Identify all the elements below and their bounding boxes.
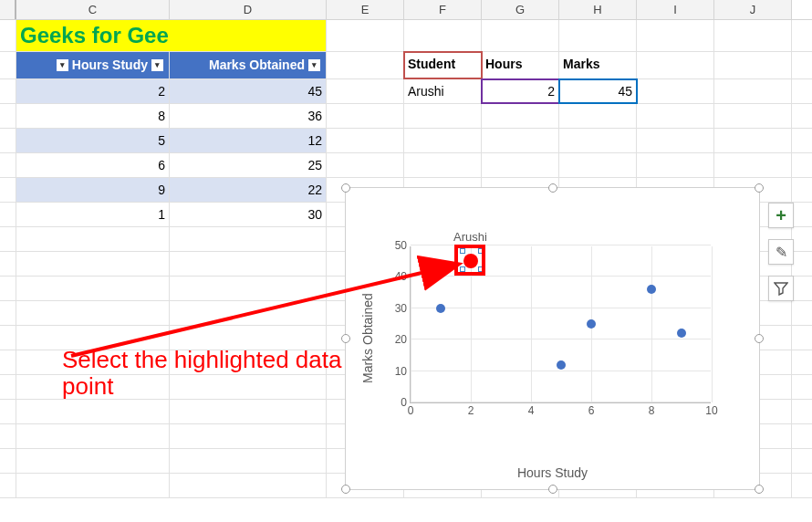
corner-cell[interactable] <box>0 0 16 19</box>
cell[interactable] <box>637 129 714 152</box>
cell[interactable] <box>637 20 714 51</box>
data-point[interactable] <box>677 329 686 338</box>
cell[interactable] <box>559 153 637 177</box>
cell[interactable] <box>327 104 404 128</box>
cell-hours[interactable]: 9 <box>16 178 170 202</box>
cell[interactable] <box>404 153 482 177</box>
x-tick: 10 <box>698 402 725 417</box>
cell-marks[interactable]: 25 <box>170 153 327 177</box>
filter-dropdown-icon[interactable]: ▾ <box>308 59 320 71</box>
resize-handle[interactable] <box>548 485 557 494</box>
cell[interactable] <box>714 20 792 51</box>
cell-hours[interactable]: 2 <box>16 79 170 103</box>
filter-dropdown-icon[interactable]: ▾ <box>151 59 163 71</box>
cell-marks[interactable]: 22 <box>170 178 327 202</box>
cell[interactable] <box>559 20 637 51</box>
cell-hours[interactable]: 5 <box>16 129 170 152</box>
cell[interactable] <box>714 153 792 177</box>
cell[interactable] <box>559 104 637 128</box>
data-point[interactable] <box>647 285 656 294</box>
x-tick: 2 <box>457 402 484 417</box>
cell[interactable] <box>559 129 637 152</box>
cell[interactable] <box>327 129 404 152</box>
cell[interactable] <box>637 52 714 78</box>
cell[interactable] <box>327 20 404 51</box>
cell[interactable] <box>404 104 482 128</box>
header-label: Hours Study <box>72 53 148 78</box>
cell[interactable] <box>482 153 559 177</box>
cell-marks[interactable]: 36 <box>170 104 327 128</box>
cell[interactable] <box>637 79 714 103</box>
chart-filter-button[interactable] <box>768 276 794 301</box>
y-axis-title[interactable]: Marks Obtained <box>360 243 375 434</box>
cell[interactable] <box>714 79 792 103</box>
table-header-hours[interactable]: ▾ Hours Study ▾ <box>16 52 170 78</box>
col-header-C[interactable]: C <box>16 0 170 19</box>
lookup-header-marks[interactable]: Marks <box>559 52 637 78</box>
brush-icon: ✎ <box>776 244 787 261</box>
lookup-marks[interactable]: 45 <box>559 79 637 103</box>
y-tick: 50 <box>389 239 411 252</box>
cell-hours[interactable]: 8 <box>16 104 170 128</box>
table-header-marks[interactable]: Marks Obtained ▾ <box>170 52 327 78</box>
col-header-J[interactable]: J <box>714 0 792 19</box>
y-tick: 10 <box>389 365 411 378</box>
data-point[interactable] <box>436 304 445 313</box>
cell[interactable] <box>327 52 404 78</box>
lookup-student[interactable]: Arushi <box>404 79 482 103</box>
cell[interactable] <box>482 129 559 152</box>
cell[interactable] <box>637 153 714 177</box>
filter-dropdown-icon[interactable]: ▾ <box>57 59 68 71</box>
resize-handle[interactable] <box>341 183 350 193</box>
x-tick: 6 <box>578 402 605 417</box>
col-header-H[interactable]: H <box>559 0 637 19</box>
col-header-G[interactable]: G <box>482 0 559 19</box>
plot-area[interactable]: 010203040500246810 <box>410 246 711 403</box>
chart-elements-button[interactable]: + <box>768 203 794 228</box>
x-axis-title[interactable]: Hours Study <box>346 465 759 480</box>
row-gutter <box>0 153 16 177</box>
cell[interactable] <box>714 104 792 128</box>
resize-handle[interactable] <box>548 183 557 193</box>
resize-handle[interactable] <box>341 334 350 343</box>
row-gutter <box>0 178 16 202</box>
col-header-D[interactable]: D <box>170 0 327 19</box>
title-cell-overflow[interactable] <box>170 20 327 51</box>
col-header-I[interactable]: I <box>637 0 714 19</box>
cell-marks[interactable]: 12 <box>170 129 327 152</box>
col-header-E[interactable]: E <box>327 0 404 19</box>
cell-marks[interactable]: 45 <box>170 79 327 103</box>
cell[interactable] <box>327 79 404 103</box>
cell[interactable] <box>404 20 482 51</box>
resize-handle[interactable] <box>755 334 764 343</box>
cell-hours[interactable]: 6 <box>16 153 170 177</box>
x-tick: 4 <box>517 402 545 417</box>
data-point[interactable] <box>557 360 566 370</box>
data-point[interactable] <box>587 319 596 329</box>
cell[interactable] <box>714 129 792 152</box>
title-cell[interactable]: Geeks for Geeks <box>16 20 170 51</box>
x-tick: 0 <box>397 402 424 417</box>
resize-handle[interactable] <box>755 485 764 494</box>
row-title: Geeks for Geeks <box>0 20 812 52</box>
chart-styles-button[interactable]: ✎ <box>768 239 794 265</box>
data-label-arushi[interactable]: Arushi <box>453 230 487 244</box>
col-header-F[interactable]: F <box>404 0 482 19</box>
cell[interactable] <box>482 104 559 128</box>
resize-handle[interactable] <box>755 183 764 193</box>
lookup-header-hours[interactable]: Hours <box>482 52 559 78</box>
lookup-hours[interactable]: 2 <box>482 79 559 103</box>
row-headers: ▾ Hours Study ▾ Marks Obtained ▾ Student… <box>0 52 812 79</box>
cell-hours[interactable]: 1 <box>16 203 170 226</box>
cell[interactable] <box>404 129 482 152</box>
chart-object[interactable]: Marks Obtained Arushi 010203040500246810… <box>345 187 760 490</box>
y-tick: 20 <box>389 333 411 346</box>
cell[interactable] <box>637 104 714 128</box>
cell[interactable] <box>482 20 559 51</box>
cell[interactable] <box>714 52 792 78</box>
lookup-header-student[interactable]: Student <box>404 52 482 78</box>
resize-handle[interactable] <box>341 485 350 494</box>
cell[interactable] <box>327 153 404 177</box>
funnel-icon <box>774 281 788 296</box>
cell-marks[interactable]: 30 <box>170 203 327 226</box>
